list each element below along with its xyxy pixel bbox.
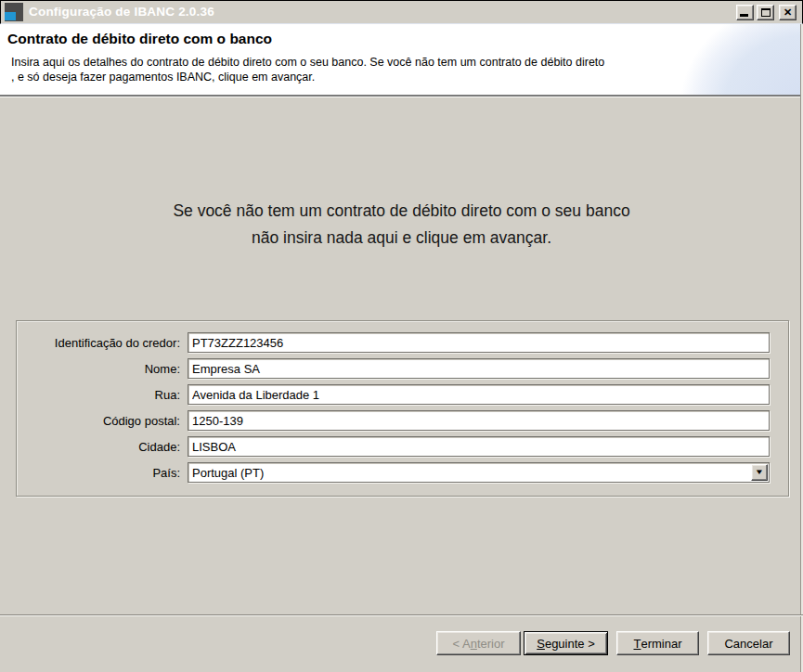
page-description-line1: Insira aqui os detalhes do contrato de d… [11,55,604,70]
next-button[interactable]: Seguinte > [524,631,608,655]
app-icon [5,3,23,21]
form-row-creditor-id: Identificação do credor: [30,332,770,353]
creditor-id-label: Identificação do credor: [30,336,180,350]
city-label: Cidade: [30,440,180,454]
name-input[interactable] [188,358,770,379]
close-icon: ✕ [784,6,792,19]
hint-message-line2: não insira nada aqui e clique em avançar… [0,225,803,252]
form-row-country: País: Portugal (PT) ▼ [30,462,770,483]
minimize-button[interactable] [736,5,754,20]
postal-code-input[interactable] [188,410,770,431]
minimize-icon [740,14,748,17]
maximize-icon [761,8,771,17]
close-button[interactable]: ✕ [779,5,797,20]
postal-code-label: Código postal: [30,414,180,428]
button-bar-divider [0,614,803,616]
hint-message-line1: Se você não tem um contrato de débito di… [0,198,803,225]
page-description-line2: , e só deseja fazer pagamentos IBANC, cl… [11,70,604,84]
window-right-edge [800,24,801,672]
window-title: Configuração de IBANC 2.0.36 [29,5,214,19]
form-row-city: Cidade: [30,436,770,457]
header-decoration [661,24,800,95]
wizard-window: Configuração de IBANC 2.0.36 ✕ Contrato … [0,0,803,672]
back-button[interactable]: < Anterior [436,631,521,655]
creditor-id-input[interactable] [188,332,770,353]
form-row-street: Rua: [30,384,770,405]
wizard-header: Contrato de débito direto com o banco In… [0,24,803,95]
country-label: País: [30,466,180,480]
window-controls: ✕ [733,5,797,20]
name-label: Nome: [30,362,180,376]
page-title: Contrato de débito direto com o banco [7,31,272,47]
country-dropdown-button[interactable]: ▼ [751,464,768,481]
contract-form: Identificação do credor: Nome: Rua: Códi… [16,320,789,497]
chevron-down-icon: ▼ [755,469,764,476]
back-button-label: < A [452,637,470,651]
country-select-value: Portugal (PT) [192,466,264,480]
cancel-button[interactable]: Cancelar [707,631,790,655]
street-label: Rua: [30,388,180,402]
maximize-button[interactable] [757,5,774,20]
city-input[interactable] [188,436,770,457]
country-select[interactable]: Portugal (PT) ▼ [188,462,770,483]
finish-button[interactable]: Terminar [616,631,699,655]
street-input[interactable] [188,384,770,405]
hint-message: Se você não tem um contrato de débito di… [0,198,803,252]
form-row-name: Nome: [30,358,770,379]
header-divider-highlight [0,97,803,97]
page-description: Insira aqui os detalhes do contrato de d… [11,55,604,84]
titlebar: Configuração de IBANC 2.0.36 ✕ [0,0,803,24]
form-row-postal-code: Código postal: [30,410,770,431]
